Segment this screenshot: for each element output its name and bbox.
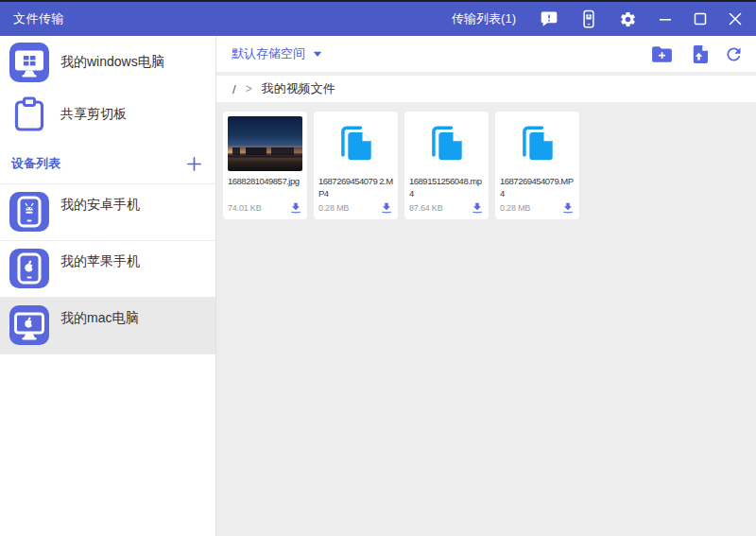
file-grid: 1688281049857.jpg 74.01 KB [223, 112, 756, 219]
clipboard-icon [9, 95, 49, 134]
file-card[interactable]: 1688281049857.jpg 74.01 KB [223, 112, 307, 219]
titlebar: 文件传输 传输列表(1) A [0, 2, 756, 36]
breadcrumb: / > 我的视频文件 [216, 76, 756, 102]
windows-computer-icon [9, 43, 49, 82]
app-title: 文件传输 [13, 10, 64, 27]
file-name: 1687269454079 2.MP4 [318, 176, 393, 200]
feedback-icon[interactable] [540, 9, 558, 28]
minimize-icon[interactable] [659, 12, 672, 26]
thumbnail-skyline [228, 147, 302, 155]
transfer-list-button[interactable]: 传输列表(1) [452, 10, 516, 27]
breadcrumb-root[interactable]: / [232, 82, 236, 96]
sidebar: 我的windows电脑 共享剪切板 设备列表 [0, 36, 216, 536]
file-name: 1689151256048.mp4 [409, 176, 484, 200]
upload-file-icon[interactable] [690, 43, 708, 65]
file-name: 1688281049857.jpg [228, 176, 302, 188]
storage-dropdown[interactable]: 默认存储空间 [232, 45, 322, 62]
device-label: 我的苹果手机 [60, 253, 140, 270]
refresh-icon[interactable] [724, 44, 744, 64]
file-size: 0.28 MB [318, 203, 349, 213]
device-list-divider [0, 354, 215, 354]
sidebar-item-shared-clipboard[interactable]: 共享剪切板 [0, 88, 215, 140]
sidebar-item-label: 共享剪切板 [60, 106, 127, 123]
phone-a-icon[interactable]: A [580, 9, 597, 29]
file-card[interactable]: 1687269454079 2.MP4 0.28 MB [314, 112, 398, 219]
close-icon[interactable] [729, 12, 742, 26]
device-label: 我的安卓手机 [60, 197, 140, 214]
sidebar-item-my-computer[interactable]: 我的windows电脑 [0, 36, 215, 88]
sidebar-device-android-phone[interactable]: 我的安卓手机 [0, 183, 215, 240]
maximize-icon[interactable] [694, 12, 707, 26]
video-file-icon [318, 116, 393, 171]
toolbar-actions [650, 43, 744, 65]
new-folder-icon[interactable] [650, 44, 674, 64]
download-icon[interactable] [471, 201, 484, 215]
download-icon[interactable] [289, 201, 302, 215]
storage-toolbar: 默认存储空间 [216, 36, 756, 72]
video-file-icon [409, 116, 484, 171]
file-card[interactable]: 1689151256048.mp4 87.64 KB [404, 112, 489, 219]
video-file-icon [500, 116, 575, 171]
settings-gear-icon[interactable] [619, 10, 637, 28]
apple-phone-icon [9, 249, 49, 288]
device-label: 我的mac电脑 [60, 310, 138, 327]
file-size: 87.64 KB [409, 203, 442, 213]
main-panel: 默认存储空间 [216, 36, 756, 536]
android-phone-icon [9, 192, 49, 232]
storage-dropdown-label: 默认存储空间 [232, 45, 305, 62]
image-thumbnail [228, 116, 302, 171]
app-window: 文件传输 传输列表(1) A [0, 0, 756, 536]
file-card[interactable]: 1687269454079.MP4 0.28 MB [495, 112, 579, 219]
breadcrumb-current-folder[interactable]: 我的视频文件 [262, 80, 335, 97]
sidebar-device-mac-computer[interactable]: 我的mac电脑 [0, 297, 215, 354]
download-icon[interactable] [561, 201, 575, 215]
device-list-title: 设备列表 [11, 155, 60, 172]
file-name: 1687269454079.MP4 [500, 176, 575, 200]
sidebar-device-apple-phone[interactable]: 我的苹果手机 [0, 240, 215, 297]
file-size: 74.01 KB [228, 203, 261, 213]
add-device-icon[interactable] [186, 156, 202, 172]
mac-computer-icon [9, 305, 49, 345]
download-icon[interactable] [380, 201, 393, 215]
file-area: 1688281049857.jpg 74.01 KB [216, 102, 756, 219]
chevron-down-icon [313, 51, 322, 58]
file-size: 0.28 MB [500, 203, 530, 213]
device-list-header: 设备列表 [0, 140, 215, 183]
sidebar-item-label: 我的windows电脑 [60, 54, 164, 71]
titlebar-actions: 传输列表(1) A [452, 9, 742, 29]
breadcrumb-separator-icon: > [246, 82, 252, 95]
